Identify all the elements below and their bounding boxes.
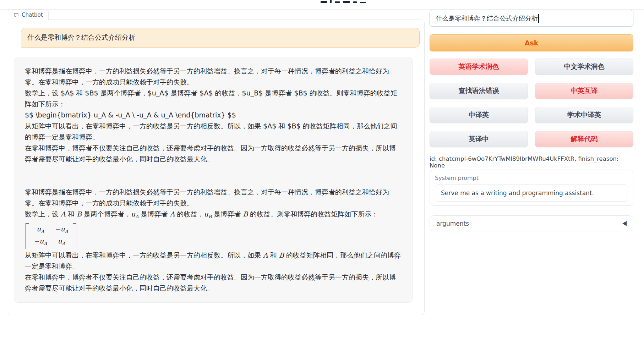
btn-zh-en-mutual-translate[interactable]: 中英互译 xyxy=(535,83,633,99)
bot-paragraph-rendered-3: 从矩阵中可以看出，在零和博弈中，一方的收益是另一方的相反数。所以，如果 A 和 … xyxy=(25,250,402,272)
question-input-value: 什么是零和博弈？结合公式介绍分析 xyxy=(436,14,538,23)
btn-find-grammar-errors[interactable]: 查找语法错误 xyxy=(430,83,528,99)
btn-zh-to-en[interactable]: 中译英 xyxy=(430,107,528,123)
status-line: id: chatcmpl-6wOo7KrYTwMl89lbrMWRu4UkFFX… xyxy=(430,155,633,169)
top-divider xyxy=(0,9,644,10)
bot-paragraph-rendered-1: 零和博弈是指在博弈中，一方的利益损失必然等于另一方的利益增益。换言之，对于每一种… xyxy=(25,187,402,209)
chatbot-panel[interactable]: 什么是零和博弈？结合公式介绍分析 零和博弈是指在博弈中，一方的利益损失必然等于另… xyxy=(8,20,425,315)
arguments-label: arguments xyxy=(436,220,469,227)
system-prompt-input[interactable]: Serve me as a writing and programming as… xyxy=(435,185,628,202)
user-message-bubble: 什么是零和博弈？结合公式介绍分析 xyxy=(21,28,420,48)
system-prompt-label: System prompt xyxy=(435,175,628,181)
system-prompt-value: Serve me as a writing and programming as… xyxy=(441,189,594,197)
clipped-page-title xyxy=(321,0,381,4)
matrix-cell: −uA xyxy=(34,236,47,248)
chatbot-label-tab: Chatbot xyxy=(8,10,49,20)
chatbot-label: Chatbot xyxy=(22,12,43,18)
text-cursor xyxy=(538,14,539,23)
bot-paragraph-rendered-2: 数学上，设 A 和 B 是两个博弈者，uA 是博弈者 A 的收益，uB 是博弈者… xyxy=(25,209,402,222)
matrix-cell: uA xyxy=(34,224,47,236)
btn-explain-code[interactable]: 解释代码 xyxy=(535,131,633,147)
matrix-right-bracket xyxy=(73,223,76,249)
system-prompt-group: System prompt Serve me as a writing and … xyxy=(430,170,633,206)
latex-source-line: $$ \begin{bmatrix} u_A & -u_A \ -u_A & u… xyxy=(25,110,402,121)
chat-bubble-icon xyxy=(13,12,19,18)
question-input[interactable]: 什么是零和博弈？结合公式介绍分析 xyxy=(430,10,633,27)
btn-en-to-zh[interactable]: 英译中 xyxy=(430,131,528,147)
ask-button[interactable]: Ask xyxy=(430,34,633,51)
quick-actions-grid: 英语学术润色 中文学术润色 查找语法错误 中英互译 中译英 学术中译英 英译中 … xyxy=(430,59,633,147)
btn-english-academic-polish[interactable]: 英语学术润色 xyxy=(430,59,528,75)
paragraph-gap xyxy=(25,165,402,187)
bot-paragraph-raw-2: 数学上，设 $A$ 和 $B$ 是两个博弈者，$u_A$ 是博弈者 $A$ 的收… xyxy=(25,88,402,110)
bot-message-bubble: 零和博弈是指在博弈中，一方的利益损失必然等于另一方的利益增益。换言之，对于每一种… xyxy=(14,57,413,303)
rendered-matrix: uA −uA −uA uA xyxy=(26,223,76,249)
btn-academic-zh-to-en[interactable]: 学术中译英 xyxy=(535,107,633,123)
bot-paragraph-raw-1: 零和博弈是指在博弈中，一方的利益损失必然等于另一方的利益增益。换言之，对于每一种… xyxy=(25,66,402,88)
matrix-left-bracket xyxy=(26,223,29,249)
btn-chinese-academic-polish[interactable]: 中文学术润色 xyxy=(535,59,633,75)
matrix-cell: uA xyxy=(55,236,69,248)
user-message-text: 什么是零和博弈？结合公式介绍分析 xyxy=(27,33,135,42)
matrix-cell: −uA xyxy=(55,224,69,236)
bot-paragraph-rendered-4: 在零和博弈中，博弈者不仅要关注自己的收益，还需要考虑对手的收益。因为一方取得的收… xyxy=(25,272,402,294)
bot-paragraph-raw-3: 从矩阵中可以看出，在零和博弈中，一方的收益是另一方的相反数。所以，如果 $A$ … xyxy=(25,121,402,143)
arguments-accordion[interactable]: arguments xyxy=(430,215,633,231)
accordion-collapsed-arrow-icon xyxy=(622,221,627,226)
bot-paragraph-raw-4: 在零和博弈中，博弈者不仅要关注自己的收益，还需要考虑对手的收益。因为一方取得的收… xyxy=(25,143,402,165)
